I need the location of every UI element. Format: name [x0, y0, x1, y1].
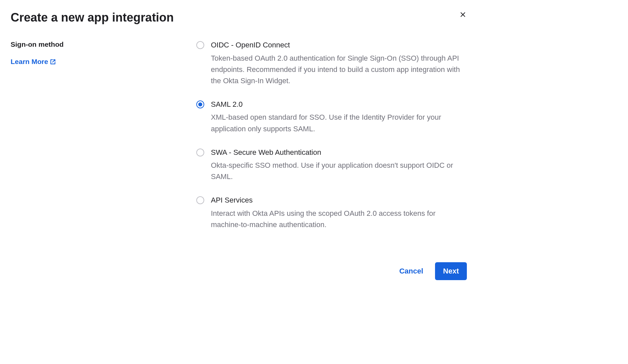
- radio-title: SAML 2.0: [211, 100, 467, 109]
- radio-option-oidc[interactable]: OIDC - OpenID Connect Token-based OAuth …: [196, 40, 467, 87]
- radio-description: Token-based OAuth 2.0 authentication for…: [211, 53, 467, 87]
- radio-indicator: [196, 196, 204, 204]
- radio-description: XML-based open standard for SSO. Use if …: [211, 112, 467, 134]
- learn-more-link[interactable]: Learn More: [11, 58, 56, 66]
- close-icon: [460, 11, 466, 18]
- radio-option-api-services[interactable]: API Services Interact with Okta APIs usi…: [196, 196, 467, 230]
- radio-option-swa[interactable]: SWA - Secure Web Authentication Okta-spe…: [196, 148, 467, 183]
- radio-title: API Services: [211, 196, 467, 205]
- radio-title: SWA - Secure Web Authentication: [211, 148, 467, 157]
- radio-title: OIDC - OpenID Connect: [211, 40, 467, 50]
- radio-content: SAML 2.0 XML-based open standard for SSO…: [211, 100, 467, 135]
- left-column: Sign-on method Learn More: [11, 40, 196, 230]
- right-column: OIDC - OpenID Connect Token-based OAuth …: [196, 40, 467, 230]
- create-app-integration-modal: Create a new app integration Sign-on met…: [0, 0, 477, 291]
- radio-indicator: [196, 100, 204, 108]
- close-button[interactable]: [459, 11, 467, 19]
- learn-more-label: Learn More: [11, 58, 48, 66]
- radio-content: API Services Interact with Okta APIs usi…: [211, 196, 467, 230]
- radio-content: OIDC - OpenID Connect Token-based OAuth …: [211, 40, 467, 87]
- radio-description: Interact with Okta APIs using the scoped…: [211, 208, 467, 230]
- radio-option-saml[interactable]: SAML 2.0 XML-based open standard for SSO…: [196, 100, 467, 135]
- cancel-button[interactable]: Cancel: [395, 263, 427, 279]
- modal-content: Sign-on method Learn More OIDC - OpenID …: [11, 40, 467, 230]
- radio-indicator: [196, 149, 204, 156]
- radio-content: SWA - Secure Web Authentication Okta-spe…: [211, 148, 467, 183]
- modal-footer: Cancel Next: [11, 262, 467, 280]
- radio-description: Okta-specific SSO method. Use if your ap…: [211, 160, 467, 182]
- section-label: Sign-on method: [11, 40, 196, 48]
- next-button[interactable]: Next: [435, 262, 467, 280]
- external-link-icon: [50, 59, 56, 65]
- modal-title: Create a new app integration: [11, 11, 467, 25]
- radio-indicator: [196, 41, 204, 49]
